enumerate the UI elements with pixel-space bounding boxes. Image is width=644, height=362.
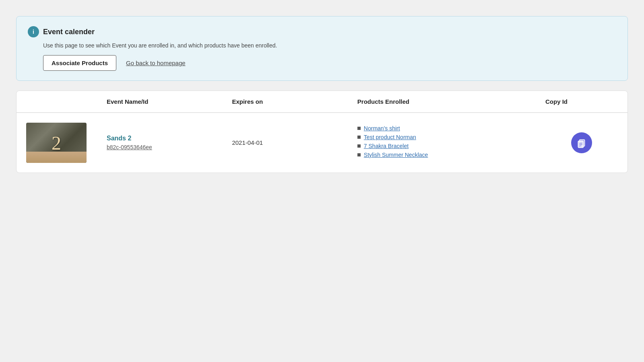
event-image-cell: 2 — [26, 123, 87, 163]
product-link-2[interactable]: Test product Norman — [364, 134, 416, 140]
list-item: Stylish Summer Necklace — [357, 152, 545, 158]
cake-numeral: 2 — [52, 132, 61, 154]
header-image-col — [26, 98, 107, 105]
associate-products-button[interactable]: Associate Products — [43, 55, 116, 71]
header-products: Products Enrolled — [357, 98, 545, 105]
product-link-1[interactable]: Norman's shirt — [364, 125, 400, 132]
list-item: Norman's shirt — [357, 125, 545, 132]
list-item: Test product Norman — [357, 134, 545, 140]
products-cell: Norman's shirt Test product Norman 7 Sha… — [357, 125, 545, 160]
event-id[interactable]: b82c-09553646ee — [107, 144, 152, 150]
table-row: 2 Sands 2 b82c-09553646ee 2021-04-01 Nor… — [17, 113, 627, 173]
event-name-link[interactable]: Sands 2 — [107, 135, 225, 142]
expires-date: 2021-04-01 — [232, 139, 263, 146]
copy-icon — [576, 138, 587, 148]
table-header: Event Name/Id Expires on Products Enroll… — [17, 91, 627, 113]
product-link-4[interactable]: Stylish Summer Necklace — [364, 152, 428, 158]
expires-date-cell: 2021-04-01 — [232, 139, 357, 146]
banner-description: Use this page to see which Event you are… — [43, 42, 616, 49]
banner-title: Event calender — [43, 28, 95, 36]
go-back-link[interactable]: Go back to homepage — [126, 60, 186, 66]
list-item: 7 Shakra Bracelet — [357, 143, 545, 149]
banner-title-row: i Event calender — [28, 26, 616, 37]
event-thumbnail: 2 — [26, 123, 87, 163]
event-name-cell: Sands 2 b82c-09553646ee — [107, 135, 232, 151]
products-list: Norman's shirt Test product Norman 7 Sha… — [357, 125, 545, 158]
copy-id-cell — [545, 132, 618, 153]
header-expires: Expires on — [232, 98, 357, 105]
copy-id-button[interactable] — [571, 132, 592, 153]
banner-actions: Associate Products Go back to homepage — [43, 55, 616, 71]
product-link-3[interactable]: 7 Shakra Bracelet — [364, 143, 409, 149]
info-banner: i Event calender Use this page to see wh… — [16, 16, 628, 81]
header-event-name: Event Name/Id — [107, 98, 232, 105]
events-table: Event Name/Id Expires on Products Enroll… — [16, 90, 628, 173]
header-copy-id: Copy Id — [545, 98, 618, 105]
info-icon: i — [28, 26, 39, 37]
